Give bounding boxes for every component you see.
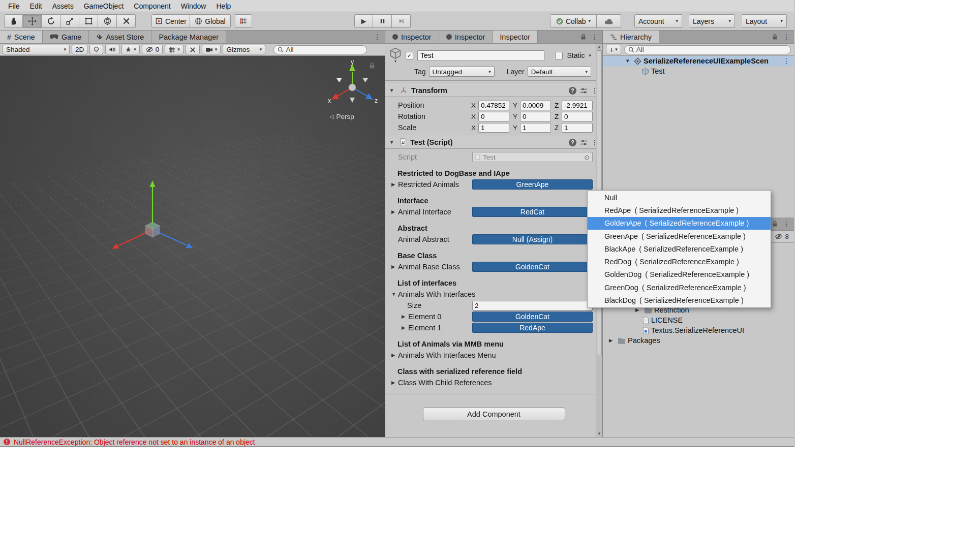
menu-item-goldenape[interactable]: GoldenApe( SerializedReferenceExample ) [588,217,771,230]
camera-settings-dropdown[interactable]: ▾ [202,45,221,54]
scale-tool-button[interactable] [60,14,79,28]
gameobject-name-field[interactable] [417,50,544,61]
tag-dropdown[interactable]: Untagged▾ [429,67,495,77]
tab-inspector-2[interactable]: Inspector [439,30,493,43]
project-item-license[interactable]: LICENSE [603,315,794,325]
editor-tools-button[interactable] [186,45,200,54]
menu-item-null[interactable]: Null [588,191,771,204]
menu-item-reddog[interactable]: RedDog( SerializedReferenceExample ) [588,255,771,268]
script-component-header[interactable]: ▼ Test (Script) ? ⋮ [385,136,602,149]
scale-z-field[interactable] [562,123,593,133]
foldout-icon[interactable]: ▼ [389,88,396,93]
scene-search-input[interactable] [286,46,363,53]
active-checkbox[interactable]: ✓ [406,52,413,59]
scroll-up-icon[interactable]: ▲ [596,45,602,49]
foldout-icon[interactable]: ▶ [391,209,398,214]
rotation-z-field[interactable] [562,112,593,121]
custom-tool-button[interactable] [117,14,136,28]
pause-button[interactable] [373,14,392,28]
project-item-packages[interactable]: ▶ Packages [603,335,794,346]
help-icon[interactable]: ? [569,87,576,95]
project-item-asmdef[interactable]: Textus.SerializeReferenceUI [603,325,794,335]
presets-icon[interactable] [580,139,588,146]
menu-item-blackape[interactable]: BlackApe( SerializedReferenceExample ) [588,242,771,255]
transform-tool-button[interactable] [98,14,117,28]
pivot-toggle-button[interactable]: Center [151,14,190,28]
scene-visibility-button[interactable]: 0 [142,45,163,54]
presets-icon[interactable] [580,87,588,94]
object-picker-icon[interactable]: ⊙ [584,154,590,161]
chevron-down-icon[interactable]: ▾ [394,59,396,64]
foldout-icon[interactable]: ▼ [391,292,398,297]
scene-options-icon[interactable]: ⋮ [783,57,794,65]
scale-y-field[interactable] [520,123,551,133]
perspective-toggle[interactable]: ◁ Persp [329,113,354,120]
list-size-field[interactable] [472,301,593,310]
menu-item-redape[interactable]: RedApe( SerializedReferenceExample ) [588,204,771,216]
menu-item-goldendog[interactable]: GoldenDog( SerializedReferenceExample ) [588,268,771,281]
grid-snap-button[interactable] [235,14,252,28]
rotation-y-field[interactable] [520,112,551,121]
status-bar[interactable]: ! NullReferenceException: Object referen… [0,437,794,446]
tab-asset-store[interactable]: Asset Store [89,30,151,43]
menu-help[interactable]: Help [211,2,236,11]
menu-item-greendog[interactable]: GreenDog( SerializedReferenceExample ) [588,281,771,294]
shading-mode-dropdown[interactable]: Shaded▾ [3,45,70,54]
gizmos-dropdown[interactable]: Gizmos▾ [223,45,265,54]
cloud-button[interactable] [597,14,621,28]
collab-button[interactable]: Collab ▾ [550,14,597,28]
step-button[interactable] [392,14,411,28]
animal-abstract-value-button[interactable]: Null (Assign) [472,234,593,244]
restricted-animals-value-button[interactable]: GreenApe [472,179,593,190]
foldout-icon[interactable]: ▶ [391,182,398,187]
orientation-toggle-button[interactable]: Global [190,14,231,28]
hierarchy-search[interactable] [624,45,791,54]
layers-dropdown[interactable]: Layers▾ [689,14,735,28]
element-0-value-button[interactable]: GoldenCat [472,312,593,322]
menu-assets[interactable]: Assets [47,2,79,11]
lighting-toggle-button[interactable] [89,45,103,54]
scroll-down-icon[interactable]: ▼ [596,431,602,436]
hierarchy-scene-row[interactable]: ▼ SerializeRefereneceUIExampleScen ⋮ [603,56,794,66]
lock-icon[interactable] [369,62,375,69]
foldout-icon[interactable]: ▶ [391,353,398,358]
foldout-icon[interactable]: ▶ [391,380,398,385]
grid-visibility-dropdown[interactable]: ▾ [165,45,183,54]
lock-icon[interactable] [772,34,778,40]
foldout-icon[interactable]: ▶ [402,325,408,330]
layer-dropdown[interactable]: Default▾ [528,67,591,77]
menu-edit[interactable]: Edit [25,2,47,11]
hierarchy-search-input[interactable] [636,46,787,53]
position-y-field[interactable] [520,101,551,110]
tab-hierarchy[interactable]: Hierarchy [603,30,659,43]
position-x-field[interactable] [478,101,509,110]
menu-item-blackdog[interactable]: BlackDog( SerializedReferenceExample ) [588,294,771,306]
transform-header[interactable]: ▼ Transform ? ⋮ [385,84,602,97]
hierarchy-menu-icon[interactable]: ⋮ [783,34,790,41]
play-button[interactable]: ▶ [354,14,373,28]
add-component-button[interactable]: Add Component [423,408,565,420]
foldout-icon[interactable]: ▶ [402,314,408,319]
scene-panel-menu-icon[interactable]: ⋮ [374,34,381,41]
gameobject-cube-icon[interactable] [389,47,402,59]
help-icon[interactable]: ? [569,139,576,146]
menu-file[interactable]: File [3,2,25,11]
move-tool-button[interactable] [23,14,42,28]
scene-search[interactable] [273,45,367,54]
layout-dropdown[interactable]: Layout▾ [742,14,787,28]
inspector-menu-icon[interactable]: ⋮ [591,34,598,41]
tab-inspector-1[interactable]: Inspector [385,30,439,43]
animal-interface-value-button[interactable]: RedCat [472,207,593,217]
create-button[interactable]: +▾ [606,45,621,54]
account-dropdown[interactable]: Account▾ [634,14,682,28]
lock-icon[interactable] [772,221,778,227]
2d-toggle-button[interactable]: 2D [72,45,87,54]
menu-gameobject[interactable]: GameObject [79,2,129,11]
hierarchy-item-test[interactable]: Test [603,66,794,76]
hand-tool-button[interactable] [4,14,23,28]
position-z-field[interactable] [562,101,593,110]
audio-toggle-button[interactable] [105,45,119,54]
scale-x-field[interactable] [478,123,509,133]
foldout-icon[interactable]: ▼ [625,58,632,64]
menu-item-greenape[interactable]: GreenApe( SerializedReferenceExample ) [588,230,771,242]
